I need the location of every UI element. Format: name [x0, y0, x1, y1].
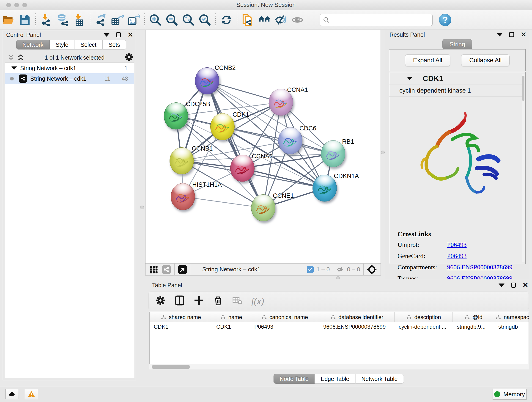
tab-edge-table[interactable]: Edge Table: [315, 374, 355, 384]
crosslink-link[interactable]: 9606.ENSP00000378699: [447, 264, 512, 271]
delete-column-trash-icon[interactable]: [213, 295, 223, 307]
close-panel-icon[interactable]: ✕: [127, 32, 133, 38]
hide-unhide-button[interactable]: [273, 13, 289, 27]
network-view-canvas[interactable]: CCNB2CCNA1CDC25BCDK1CDC6RB1CCNB1CCNA2CDK…: [145, 30, 381, 263]
tab-network[interactable]: Network: [16, 40, 50, 50]
table-cell[interactable]: 9606.ENSP00000378699: [319, 322, 394, 332]
add-column-icon[interactable]: [194, 295, 204, 307]
reposition-crosshair-icon[interactable]: [367, 264, 377, 274]
open-session-button[interactable]: [0, 13, 17, 27]
string-home-button[interactable]: [256, 13, 273, 27]
expand-all-icon[interactable]: [17, 54, 25, 61]
panel-menu-icon[interactable]: [497, 32, 503, 38]
table-cell[interactable]: stringdb:9...: [453, 322, 494, 332]
left-splitter-handle[interactable]: [140, 206, 144, 209]
export-image-button[interactable]: [126, 13, 142, 27]
selected-checkbox-icon[interactable]: [307, 266, 314, 273]
share-document-button[interactable]: [240, 13, 256, 27]
network-node-CCNB1[interactable]: [170, 147, 194, 174]
gene-header-row[interactable]: CDK1: [389, 72, 525, 85]
network-node-CDC6[interactable]: [278, 127, 302, 154]
birdseye-view-icon[interactable]: [178, 265, 187, 274]
tab-node-table[interactable]: Node Table: [273, 374, 315, 384]
network-node-RB1[interactable]: [321, 140, 345, 167]
grid-view-icon[interactable]: [149, 265, 158, 274]
column-header-shared-name[interactable]: shared name: [150, 313, 212, 322]
tab-sets[interactable]: Sets: [103, 40, 126, 50]
show-eye-button[interactable]: [289, 13, 306, 27]
refresh-button[interactable]: [218, 13, 234, 27]
warnings-button[interactable]: [25, 389, 38, 399]
save-icon: [18, 13, 31, 26]
results-scrollbar-thumb[interactable]: [522, 76, 525, 101]
toolbar-separator: [144, 13, 145, 27]
collapse-gene-icon[interactable]: [407, 77, 412, 80]
panel-menu-icon[interactable]: [499, 282, 505, 288]
tab-network-table[interactable]: Network Table: [355, 374, 404, 384]
show-columns-icon[interactable]: [174, 295, 185, 307]
help-button[interactable]: ?: [439, 14, 451, 26]
float-panel-icon[interactable]: [115, 32, 121, 38]
network-node-CDC25B[interactable]: [164, 102, 188, 129]
results-tab-string[interactable]: String: [443, 39, 472, 49]
column-header-name[interactable]: name: [212, 313, 250, 322]
zoom-selected-button[interactable]: [196, 13, 213, 27]
expand-all-button[interactable]: Expand All: [405, 54, 450, 66]
panel-menu-icon[interactable]: [104, 32, 109, 38]
table-settings-gear-icon[interactable]: [155, 295, 166, 307]
export-table-button[interactable]: [109, 13, 126, 27]
network-node-HIST1H1A[interactable]: [171, 183, 195, 210]
column-header-canonical-name[interactable]: canonical name: [250, 313, 319, 322]
import-network-database-button[interactable]: [55, 13, 71, 27]
import-network-file-button[interactable]: [38, 13, 55, 27]
collapse-all-button[interactable]: Collapse All: [461, 54, 510, 66]
column-header-database-identifier[interactable]: database identifier: [319, 313, 394, 322]
network-options-gear-icon[interactable]: [125, 53, 133, 62]
close-panel-icon[interactable]: ✕: [522, 282, 528, 288]
crosslink-link[interactable]: P06493: [447, 241, 467, 249]
close-panel-icon[interactable]: ✕: [520, 32, 526, 38]
table-row[interactable]: CDK1CDK1P064939606.ENSP00000378699cyclin…: [150, 322, 529, 332]
memory-button[interactable]: Memory: [493, 389, 526, 400]
table-panel-tabs: Node TableEdge TableNetwork Table: [273, 374, 404, 384]
column-header--id[interactable]: @id: [453, 313, 494, 322]
zoom-in-button[interactable]: [147, 13, 164, 27]
network-node-CDK1[interactable]: [210, 113, 234, 140]
search-input[interactable]: [331, 17, 430, 23]
table-cell[interactable]: CDK1: [150, 322, 212, 332]
save-session-button[interactable]: [17, 13, 33, 27]
network-collection-row[interactable]: String Network – cdk1 1: [5, 63, 134, 73]
float-panel-icon[interactable]: [509, 32, 515, 38]
cloud-status-button[interactable]: [6, 389, 19, 399]
right-splitter-handle[interactable]: [381, 151, 385, 154]
import-table-button[interactable]: [71, 13, 88, 27]
network-node-CDKN1A[interactable]: [312, 175, 337, 202]
table-scrollbar-thumb[interactable]: [152, 365, 190, 369]
table-panel: Table Panel ✕ f(x): [145, 279, 532, 386]
table-cell[interactable]: cyclin-dependent ...: [394, 322, 453, 332]
application-window: Session: New Session: [0, 0, 532, 402]
crosslink-link[interactable]: P06493: [447, 252, 467, 260]
network-node-CCNE1[interactable]: [251, 194, 275, 221]
zoom-out-button[interactable]: [164, 13, 180, 27]
network-share-icon[interactable]: [162, 265, 171, 274]
table-cell[interactable]: P06493: [250, 322, 319, 332]
results-panel-title: Results Panel: [389, 32, 425, 38]
float-panel-icon[interactable]: [510, 282, 516, 288]
table-cell[interactable]: stringdb: [494, 322, 529, 332]
column-header-namespace[interactable]: namespace: [494, 313, 529, 322]
network-node-CCNB2[interactable]: [195, 67, 219, 95]
gene-symbol: CDK1: [423, 74, 443, 83]
tab-style[interactable]: Style: [50, 40, 75, 50]
collection-expand-icon[interactable]: [12, 66, 17, 70]
network-node-CCNA2[interactable]: [230, 155, 254, 182]
zoom-fit-button[interactable]: [180, 13, 196, 27]
column-header-description[interactable]: description: [394, 313, 453, 322]
results-scrollbar[interactable]: [522, 74, 525, 262]
network-row[interactable]: String Network – cdk1 11 48: [5, 73, 134, 84]
table-cell[interactable]: CDK1: [212, 322, 250, 332]
table-horizontal-scrollbar[interactable]: [149, 364, 528, 370]
collapse-all-icon[interactable]: [7, 54, 15, 61]
tab-select[interactable]: Select: [75, 40, 102, 50]
export-network-button[interactable]: [93, 13, 109, 27]
